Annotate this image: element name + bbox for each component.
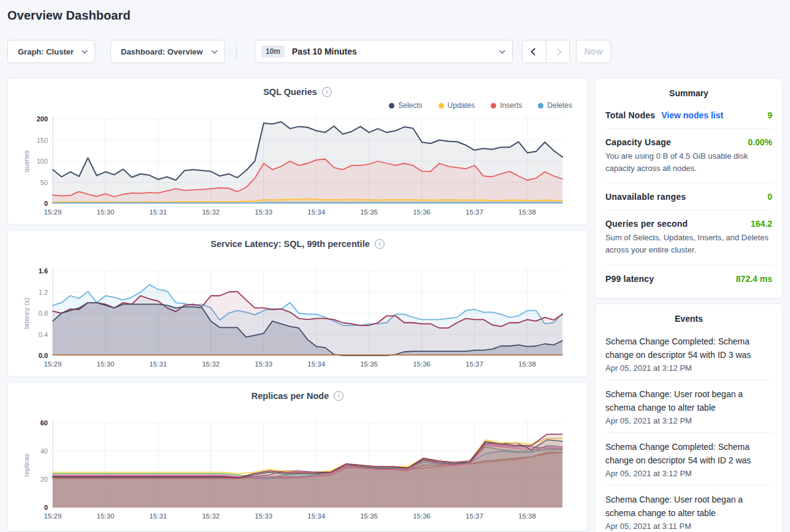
- svg-text:15:37: 15:37: [466, 512, 483, 520]
- legend-dot: [491, 103, 496, 108]
- svg-text:15:35: 15:35: [360, 512, 378, 520]
- summary-value: 872.4 ms: [736, 274, 772, 284]
- chart-title: Replicas per Node: [251, 391, 329, 401]
- legend-dot: [538, 103, 543, 108]
- svg-text:15:34: 15:34: [307, 208, 325, 216]
- legend-item-inserts[interactable]: Inserts: [491, 101, 522, 110]
- time-range-dropdown[interactable]: 10m Past 10 Minutes: [255, 40, 513, 63]
- service-latency-chart-card: Service Latency: SQL, 99th percentile i …: [7, 230, 588, 377]
- event-timestamp: Apr 05, 2021 at 3:11 PM: [605, 522, 772, 531]
- events-panel: Events Schema Change Completed: Schema c…: [595, 303, 783, 532]
- event-timestamp: Apr 05, 2021 at 3:12 PM: [605, 416, 772, 425]
- svg-text:200: 200: [37, 115, 48, 123]
- chevron-down-icon: [82, 48, 88, 54]
- content: SQL Queries i SelectsUpdatesInsertsDelet…: [0, 63, 790, 532]
- svg-text:100: 100: [37, 158, 48, 165]
- svg-text:15:31: 15:31: [149, 512, 167, 520]
- time-range-badge: 10m: [261, 45, 285, 58]
- info-icon[interactable]: i: [334, 391, 343, 401]
- event-message: Schema Change: User root began a schema …: [605, 387, 772, 414]
- svg-text:15:32: 15:32: [202, 208, 220, 216]
- chart-legend: SelectsUpdatesInsertsDeletes: [20, 98, 575, 113]
- svg-text:15:37: 15:37: [466, 208, 483, 216]
- time-forward-button[interactable]: [546, 40, 569, 63]
- legend-item-deletes[interactable]: Deletes: [538, 101, 572, 110]
- svg-text:15:29: 15:29: [44, 208, 62, 216]
- svg-text:15:29: 15:29: [44, 360, 62, 368]
- svg-text:0.0: 0.0: [39, 352, 48, 359]
- svg-text:20: 20: [40, 476, 48, 483]
- chart-header: Service Latency: SQL, 99th percentile i: [20, 238, 575, 250]
- event-timestamp: Apr 05, 2021 at 3:12 PM: [605, 363, 772, 373]
- service-latency-chart: 15:2915:3015:3115:3215:3315:3415:3515:36…: [20, 265, 576, 370]
- svg-text:15:30: 15:30: [97, 360, 115, 368]
- svg-text:15:33: 15:33: [255, 360, 272, 368]
- summary-value: 0: [767, 192, 772, 202]
- event-list-item: Schema Change: User root began a schema …: [605, 485, 772, 532]
- summary-label: Total Nodes: [605, 110, 655, 120]
- legend-item-selects[interactable]: Selects: [389, 101, 422, 110]
- info-icon[interactable]: i: [375, 239, 385, 249]
- summary-value: 0.00%: [748, 137, 772, 147]
- svg-text:15:36: 15:36: [413, 360, 431, 368]
- info-icon[interactable]: i: [322, 87, 332, 97]
- view-nodes-list-link[interactable]: View nodes list: [661, 110, 723, 120]
- summary-row-capacity-usage: Capacity Usage 0.00% You are using 0 B o…: [605, 129, 772, 183]
- chart-title: Service Latency: SQL, 99th percentile: [210, 239, 370, 249]
- svg-text:15:37: 15:37: [466, 360, 483, 368]
- chevron-left-icon: [531, 48, 539, 56]
- svg-text:15:35: 15:35: [360, 208, 378, 216]
- toolbar-divider: [236, 42, 237, 61]
- summary-label: Queries per second: [605, 219, 688, 229]
- svg-text:latency (s): latency (s): [23, 298, 30, 329]
- legend-label: Updates: [448, 101, 475, 110]
- toolbar: Graph: Cluster Dashboard: Overview 10m P…: [0, 23, 790, 63]
- dashboard-dropdown[interactable]: Dashboard: Overview: [110, 40, 225, 63]
- event-timestamp: Apr 05, 2021 at 3:12 PM: [605, 469, 772, 478]
- time-back-button[interactable]: [523, 40, 546, 63]
- svg-text:0.4: 0.4: [39, 331, 48, 338]
- legend-dot: [439, 103, 444, 108]
- summary-row-p99-latency: P99 latency 872.4 ms: [605, 265, 772, 292]
- svg-text:15:34: 15:34: [307, 512, 325, 520]
- summary-value: 164.2: [751, 219, 772, 229]
- svg-text:replicas: replicas: [23, 454, 30, 477]
- svg-text:1.2: 1.2: [39, 289, 48, 296]
- svg-text:15:36: 15:36: [413, 512, 431, 520]
- svg-text:15:34: 15:34: [307, 360, 325, 368]
- svg-text:0: 0: [44, 504, 48, 511]
- chart-header: Replicas per Node i: [20, 390, 575, 402]
- event-list-item: Schema Change Completed: Schema change o…: [605, 433, 772, 485]
- charts-column: SQL Queries i SelectsUpdatesInsertsDelet…: [7, 78, 588, 531]
- svg-text:50: 50: [40, 179, 48, 186]
- svg-text:15:38: 15:38: [518, 512, 536, 520]
- replicas-per-node-chart: 15:2915:3015:3115:3215:3315:3415:3515:36…: [20, 417, 576, 522]
- svg-text:15:29: 15:29: [44, 512, 62, 520]
- summary-panel: Summary Total Nodes View nodes list 9 Ca…: [595, 78, 783, 298]
- graph-dropdown[interactable]: Graph: Cluster: [7, 40, 95, 63]
- summary-row-unavailable-ranges: Unavailable ranges 0: [605, 183, 772, 210]
- legend-label: Inserts: [500, 101, 522, 110]
- svg-text:15:38: 15:38: [518, 360, 536, 368]
- legend-item-updates[interactable]: Updates: [439, 101, 475, 110]
- svg-text:15:32: 15:32: [202, 360, 220, 368]
- summary-row-total-nodes: Total Nodes View nodes list 9: [605, 102, 772, 129]
- events-title: Events: [605, 314, 772, 327]
- summary-title: Summary: [605, 88, 772, 102]
- sql-queries-chart-card: SQL Queries i SelectsUpdatesInsertsDelet…: [7, 78, 588, 225]
- summary-label: P99 latency: [605, 274, 654, 284]
- chevron-down-icon: [499, 48, 505, 54]
- replicas-per-node-chart-card: Replicas per Node i 15:2915:3015:3115:32…: [7, 382, 588, 531]
- chevron-down-icon: [212, 48, 218, 54]
- now-button[interactable]: Now: [576, 40, 611, 63]
- time-step-buttons: [522, 40, 570, 63]
- svg-text:15:31: 15:31: [149, 208, 167, 216]
- svg-text:40: 40: [40, 447, 48, 455]
- svg-text:60: 60: [40, 419, 48, 427]
- sql-queries-chart: 15:2915:3015:3115:3215:3315:3415:3515:36…: [20, 113, 576, 218]
- svg-text:15:35: 15:35: [360, 360, 378, 368]
- event-message: Schema Change Completed: Schema change o…: [605, 440, 772, 467]
- svg-text:15:38: 15:38: [518, 208, 536, 216]
- graph-dropdown-label: Graph: Cluster: [18, 47, 74, 56]
- page-title: Overview Dashboard: [0, 0, 790, 23]
